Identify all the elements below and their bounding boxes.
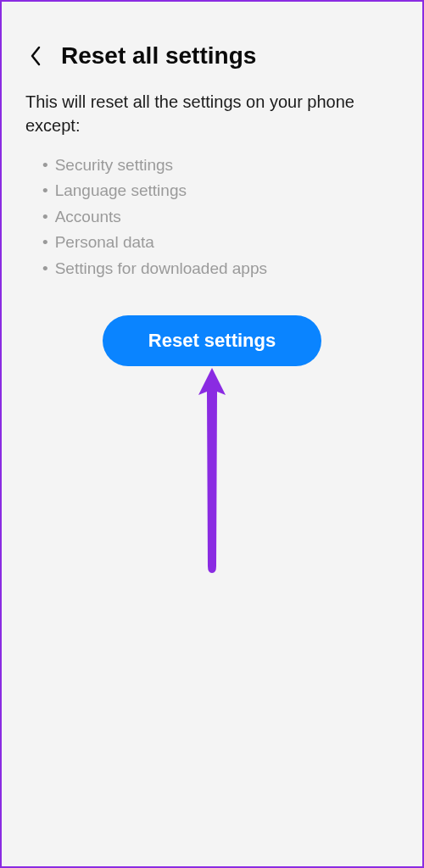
bullet-icon: • xyxy=(42,204,48,230)
exception-list: • Security settings • Language settings … xyxy=(2,147,422,281)
header: Reset all settings xyxy=(2,2,422,90)
bullet-icon: • xyxy=(42,230,48,255)
list-item-label: Settings for downloaded apps xyxy=(55,256,267,281)
reset-settings-button[interactable]: Reset settings xyxy=(103,315,321,366)
list-item: • Personal data xyxy=(42,230,399,255)
list-item-label: Language settings xyxy=(55,178,187,203)
list-item: • Security settings xyxy=(42,153,399,178)
button-container: Reset settings xyxy=(2,281,422,366)
list-item-label: Personal data xyxy=(55,230,154,255)
list-item: • Language settings xyxy=(42,178,399,203)
bullet-icon: • xyxy=(42,256,48,281)
description-text: This will reset all the settings on your… xyxy=(2,90,422,147)
annotation-arrow-icon xyxy=(193,363,231,578)
list-item-label: Accounts xyxy=(55,204,121,230)
list-item: • Settings for downloaded apps xyxy=(42,256,399,281)
bullet-icon: • xyxy=(42,153,48,178)
bullet-icon: • xyxy=(42,178,48,203)
page-title: Reset all settings xyxy=(61,42,256,70)
list-item-label: Security settings xyxy=(55,153,173,178)
list-item: • Accounts xyxy=(42,204,399,230)
back-icon[interactable] xyxy=(25,46,46,66)
